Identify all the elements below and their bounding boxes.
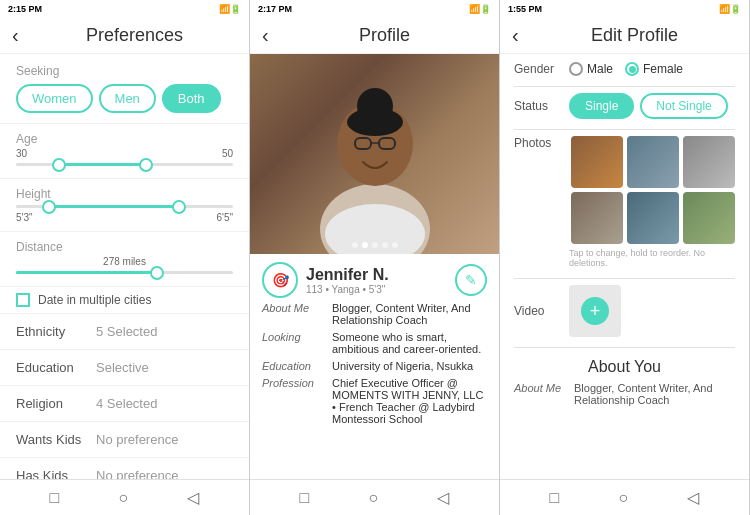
distance-section: Distance 278 miles [0, 232, 249, 287]
not-single-button[interactable]: Not Single [640, 93, 727, 119]
photo-thumb-1[interactable] [571, 136, 623, 188]
profile-name-row: 🎯 Jennifer N. 113 • Yanga • 5'3" ✎ [262, 262, 487, 298]
status-buttons: Single Not Single [569, 93, 728, 119]
circle-icon-1[interactable]: ○ [119, 489, 129, 507]
back-arrow-3[interactable]: ‹ [512, 24, 532, 47]
dot-3 [372, 242, 378, 248]
gender-male-label: Male [587, 62, 613, 76]
seek-men-button[interactable]: Men [99, 84, 156, 113]
back-arrow-1[interactable]: ‹ [12, 24, 32, 47]
looking-row: Looking Someone who is smart, ambitious … [262, 331, 487, 355]
divider-3 [514, 278, 735, 279]
seeking-section: Seeking Women Men Both [0, 54, 249, 124]
radio-female-circle [625, 62, 639, 76]
gender-row: Gender Male Female [514, 62, 735, 76]
photos-container: Tap to change, hold to reorder. No delet… [569, 136, 735, 268]
has-kids-row[interactable]: Has Kids No preference [0, 458, 249, 479]
nav-bar-2: ‹ Profile [250, 18, 499, 54]
wants-kids-row[interactable]: Wants Kids No preference [0, 422, 249, 458]
seek-women-button[interactable]: Women [16, 84, 93, 113]
status-bar-3: 1:55 PM 📶🔋 [500, 0, 749, 18]
age-max: 50 [222, 148, 233, 159]
back-icon-2[interactable]: ◁ [437, 488, 449, 507]
status-label: Status [514, 99, 569, 113]
home-icon-1[interactable]: □ [50, 489, 60, 507]
ethnicity-label: Ethnicity [16, 324, 96, 339]
looking-val: Someone who is smart, ambitious and care… [332, 331, 487, 355]
back-icon-1[interactable]: ◁ [187, 488, 199, 507]
edit-profile-button[interactable]: ✎ [455, 264, 487, 296]
religion-row[interactable]: Religion 4 Selected [0, 386, 249, 422]
panel-preferences: 2:15 PM 📶🔋 ‹ Preferences Seeking Women M… [0, 0, 250, 515]
gender-female[interactable]: Female [625, 62, 683, 76]
dot-2 [362, 242, 368, 248]
age-section: Age 30 50 [0, 124, 249, 179]
about-me-edit-key: About Me [514, 382, 574, 406]
height-track[interactable] [16, 205, 233, 208]
age-fill [59, 163, 146, 166]
photo-thumb-4[interactable] [571, 192, 623, 244]
profession-key: Profession [262, 377, 332, 425]
bottom-nav-1: □ ○ ◁ [0, 479, 249, 515]
ethnicity-row[interactable]: Ethnicity 5 Selected [0, 314, 249, 350]
profile-name: Jennifer N. [306, 266, 447, 284]
gender-options: Male Female [569, 62, 683, 76]
age-track[interactable] [16, 163, 233, 166]
time-1: 2:15 PM [8, 4, 42, 14]
home-icon-3[interactable]: □ [550, 489, 560, 507]
date-cities-checkbox[interactable] [16, 293, 30, 307]
time-2: 2:17 PM [258, 4, 292, 14]
photo-thumb-5[interactable] [627, 192, 679, 244]
height-max: 6'5" [216, 212, 233, 223]
about-me-edit-val: Blogger, Content Writer, And Relationshi… [574, 382, 735, 406]
edit-content: Gender Male Female Status Single Not Sin [500, 54, 749, 479]
plus-icon: + [581, 297, 609, 325]
about-me-key: About Me [262, 302, 332, 326]
distance-label: Distance [16, 240, 233, 254]
height-labels: 5'3" 6'5" [16, 212, 233, 223]
education-detail-key: Education [262, 360, 332, 372]
svg-point-3 [347, 108, 403, 136]
dot-5 [392, 242, 398, 248]
profile-name-block: Jennifer N. 113 • Yanga • 5'3" [306, 266, 447, 295]
photo-thumb-3[interactable] [683, 136, 735, 188]
seeking-buttons: Women Men Both [16, 84, 233, 113]
about-me-edit-row: About Me Blogger, Content Writer, And Re… [514, 382, 735, 406]
bottom-nav-2: □ ○ ◁ [250, 479, 499, 515]
carrier-icon-1: 📶🔋 [219, 4, 241, 14]
religion-value: 4 Selected [96, 396, 157, 411]
age-values: 30 50 [16, 148, 233, 159]
status-bar-1: 2:15 PM 📶🔋 [0, 0, 249, 18]
status-bar-2: 2:17 PM 📶🔋 [250, 0, 499, 18]
dot-1 [352, 242, 358, 248]
photo-thumb-6[interactable] [683, 192, 735, 244]
photo-thumb-2[interactable] [627, 136, 679, 188]
back-arrow-2[interactable]: ‹ [262, 24, 282, 47]
religion-label: Religion [16, 396, 96, 411]
video-add-button[interactable]: + [569, 285, 621, 337]
profile-subtitle: 113 • Yanga • 5'3" [306, 284, 447, 295]
distance-track[interactable] [16, 271, 233, 274]
has-kids-value: No preference [96, 468, 178, 479]
page-title-profile: Profile [282, 25, 487, 46]
home-icon-2[interactable]: □ [300, 489, 310, 507]
distance-thumb[interactable] [150, 266, 164, 280]
height-thumb-left[interactable] [42, 200, 56, 214]
gender-male[interactable]: Male [569, 62, 613, 76]
education-row[interactable]: Education Selective [0, 350, 249, 386]
photos-hint: Tap to change, hold to reorder. No delet… [569, 248, 735, 268]
circle-icon-2[interactable]: ○ [369, 489, 379, 507]
profile-badge-icon: 🎯 [262, 262, 298, 298]
time-3: 1:55 PM [508, 4, 542, 14]
page-title-preferences: Preferences [32, 25, 237, 46]
profession-val: Chief Executive Officer @ MOMENTS WITH J… [332, 377, 487, 425]
back-icon-3[interactable]: ◁ [687, 488, 699, 507]
single-button[interactable]: Single [569, 93, 634, 119]
height-section: Height 5'3" 6'5" [0, 179, 249, 232]
age-thumb-right[interactable] [139, 158, 153, 172]
profession-row: Profession Chief Executive Officer @ MOM… [262, 377, 487, 425]
age-thumb-left[interactable] [52, 158, 66, 172]
height-thumb-right[interactable] [172, 200, 186, 214]
seek-both-button[interactable]: Both [162, 84, 221, 113]
circle-icon-3[interactable]: ○ [619, 489, 629, 507]
